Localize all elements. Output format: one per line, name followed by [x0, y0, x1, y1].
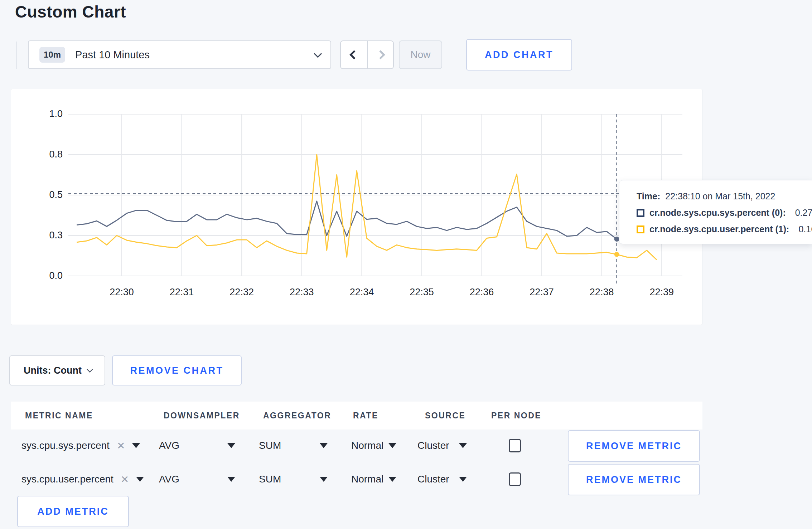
- chevron-down-icon: [314, 50, 322, 58]
- caret-down-icon[interactable]: [320, 477, 328, 482]
- downsampler-dropdown[interactable]: AVG: [159, 429, 179, 462]
- source-dropdown[interactable]: Cluster: [417, 462, 449, 496]
- caret-down-icon[interactable]: [320, 443, 328, 448]
- tooltip-series-row: cr.node.sys.cpu.sys.percent (0): 0.2732: [637, 208, 812, 218]
- caret-down-icon[interactable]: [388, 443, 396, 448]
- tooltip-time-label: Time:: [637, 191, 660, 202]
- chart-card: 0.00.30.50.81.0 22:3022:3122:3222:3322:3…: [11, 89, 702, 325]
- tooltip-series-name: cr.node.sys.cpu.sys.percent (0):: [649, 208, 786, 218]
- metrics-table-header: METRIC NAME DOWNSAMPLER AGGREGATOR RATE …: [11, 402, 702, 429]
- caret-down-icon[interactable]: [459, 443, 467, 448]
- add-chart-button[interactable]: ADD CHART: [466, 39, 572, 71]
- caret-down-icon: [132, 443, 140, 448]
- units-dropdown[interactable]: Units: Count: [9, 355, 105, 385]
- downsampler-dropdown[interactable]: AVG: [159, 462, 179, 496]
- chart-plot-area[interactable]: [68, 114, 682, 276]
- x-axis-labels: 22:3022:3122:3222:3322:3422:3522:3622:37…: [68, 287, 682, 301]
- y-tick-label: 1.0: [49, 108, 63, 120]
- time-range-dropdown[interactable]: 10m Past 10 Minutes: [28, 40, 331, 69]
- remove-metric-button[interactable]: REMOVE METRIC: [568, 430, 700, 462]
- caret-down-icon[interactable]: [227, 443, 235, 448]
- x-tick-label: 22:32: [220, 287, 263, 298]
- rate-dropdown[interactable]: Normal: [351, 429, 383, 462]
- clear-metric-icon[interactable]: ✕: [117, 440, 125, 452]
- y-tick-label: 0.5: [49, 189, 63, 200]
- series-line-cr.node.sys.cpu.sys.percent: [77, 201, 657, 239]
- metric-row: sys.cpu.sys.percent ✕ AVG SUM Normal Clu…: [11, 429, 702, 462]
- tooltip-time-row: Time: 22:38:10 on Mar 15th, 2022: [637, 191, 812, 202]
- col-header-aggregator: AGGREGATOR: [263, 411, 331, 421]
- tooltip-series-row: cr.node.sys.cpu.user.percent (1): 0.1601: [637, 224, 812, 234]
- caret-down-icon[interactable]: [388, 477, 396, 482]
- metric-name-value: sys.cpu.sys.percent: [21, 440, 110, 451]
- caret-down-icon[interactable]: [459, 477, 467, 482]
- page-title: Custom Chart: [15, 2, 126, 21]
- per-node-checkbox[interactable]: [509, 472, 521, 486]
- col-header-metric-name: METRIC NAME: [25, 411, 93, 421]
- aggregator-dropdown[interactable]: SUM: [259, 462, 281, 496]
- caret-down-icon[interactable]: [227, 477, 235, 482]
- x-tick-label: 22:30: [100, 287, 143, 298]
- x-tick-label: 22:34: [340, 287, 383, 298]
- hover-marker: [614, 237, 619, 242]
- caret-down-icon: [136, 477, 144, 482]
- x-tick-label: 22:31: [160, 287, 203, 298]
- tooltip-time-value: 22:38:10 on Mar 15th, 2022: [665, 191, 775, 202]
- next-range-button[interactable]: [367, 41, 393, 68]
- x-tick-label: 22:38: [580, 287, 623, 298]
- x-tick-label: 22:33: [280, 287, 323, 298]
- remove-chart-button[interactable]: REMOVE CHART: [112, 355, 242, 385]
- remove-metric-button[interactable]: REMOVE METRIC: [568, 464, 700, 495]
- rate-dropdown[interactable]: Normal: [351, 462, 383, 496]
- chevron-left-icon: [349, 50, 358, 59]
- tooltip-series-name: cr.node.sys.cpu.user.percent (1):: [649, 224, 789, 234]
- series-line-cr.node.sys.cpu.user.percent: [77, 155, 657, 260]
- time-nav-group: [340, 40, 394, 69]
- time-range-badge: 10m: [39, 47, 65, 63]
- aggregator-dropdown[interactable]: SUM: [259, 429, 281, 462]
- series-swatch-icon: [637, 225, 644, 233]
- metric-row: sys.cpu.user.percent ✕ AVG SUM Normal Cl…: [11, 462, 702, 496]
- x-tick-label: 22:35: [400, 287, 443, 298]
- toolbar-divider: [16, 42, 17, 69]
- add-metric-button[interactable]: ADD METRIC: [17, 496, 129, 527]
- col-header-per-node: PER NODE: [491, 411, 541, 421]
- y-axis-labels: 0.00.30.50.81.0: [11, 114, 64, 276]
- per-node-checkbox[interactable]: [509, 439, 521, 452]
- y-tick-label: 0.0: [49, 270, 63, 281]
- chevron-down-icon: [87, 367, 93, 373]
- metric-name-value: sys.cpu.user.percent: [21, 474, 113, 485]
- metric-name-dropdown[interactable]: sys.cpu.sys.percent ✕: [21, 429, 140, 462]
- x-tick-label: 22:39: [640, 287, 683, 298]
- col-header-rate: RATE: [353, 411, 378, 421]
- metric-name-dropdown[interactable]: sys.cpu.user.percent ✕: [21, 462, 144, 496]
- col-header-downsampler: DOWNSAMPLER: [164, 411, 240, 421]
- units-label: Units: Count: [24, 365, 82, 376]
- tooltip-series-value: 0.2732: [795, 208, 812, 218]
- y-tick-label: 0.3: [49, 230, 63, 241]
- x-tick-label: 22:36: [460, 287, 503, 298]
- x-tick-label: 22:37: [520, 287, 563, 298]
- clear-metric-icon[interactable]: ✕: [121, 474, 129, 485]
- chevron-right-icon: [376, 50, 385, 59]
- time-range-label: Past 10 Minutes: [75, 49, 309, 61]
- prev-range-button[interactable]: [341, 41, 367, 68]
- col-header-source: SOURCE: [425, 411, 465, 421]
- series-swatch-icon: [637, 209, 644, 217]
- y-tick-label: 0.8: [49, 149, 63, 160]
- hover-marker: [614, 252, 619, 257]
- tooltip-series-value: 0.1601: [798, 224, 812, 234]
- chart-hover-tooltip: Time: 22:38:10 on Mar 15th, 2022 cr.node…: [619, 180, 812, 244]
- source-dropdown[interactable]: Cluster: [417, 429, 449, 462]
- now-button[interactable]: Now: [399, 40, 442, 69]
